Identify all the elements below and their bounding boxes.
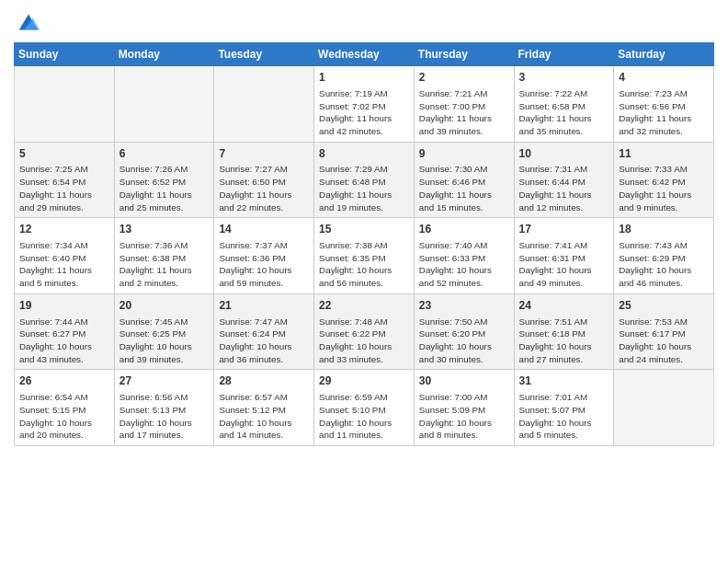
- calendar-day-cell: [214, 66, 314, 143]
- day-of-week-header: Sunday: [15, 43, 115, 66]
- calendar-day-cell: 10Sunrise: 7:31 AM Sunset: 6:44 PM Dayli…: [514, 142, 614, 218]
- calendar-week-row: 1Sunrise: 7:19 AM Sunset: 7:02 PM Daylig…: [15, 66, 714, 143]
- day-of-week-header: Friday: [514, 43, 614, 66]
- day-number: 20: [119, 298, 210, 314]
- day-info: Sunrise: 7:44 AM Sunset: 6:27 PM Dayligh…: [19, 316, 109, 366]
- day-info: Sunrise: 7:47 AM Sunset: 6:24 PM Dayligh…: [219, 316, 309, 366]
- day-info: Sunrise: 6:57 AM Sunset: 5:12 PM Dayligh…: [219, 391, 309, 442]
- calendar-day-cell: 13Sunrise: 7:36 AM Sunset: 6:38 PM Dayli…: [114, 218, 214, 294]
- calendar-day-cell: 3Sunrise: 7:22 AM Sunset: 6:58 PM Daylig…: [514, 66, 614, 143]
- day-number: 8: [319, 146, 409, 162]
- calendar-day-cell: 8Sunrise: 7:29 AM Sunset: 6:48 PM Daylig…: [314, 142, 415, 218]
- day-info: Sunrise: 7:43 AM Sunset: 6:29 PM Dayligh…: [619, 239, 709, 290]
- day-number: 1: [319, 70, 409, 86]
- day-info: Sunrise: 7:31 AM Sunset: 6:44 PM Dayligh…: [519, 163, 609, 213]
- day-number: 7: [219, 146, 309, 162]
- calendar-day-cell: 1Sunrise: 7:19 AM Sunset: 7:02 PM Daylig…: [314, 66, 415, 143]
- day-info: Sunrise: 7:41 AM Sunset: 6:31 PM Dayligh…: [519, 239, 609, 290]
- day-info: Sunrise: 7:26 AM Sunset: 6:52 PM Dayligh…: [119, 163, 210, 213]
- day-info: Sunrise: 7:34 AM Sunset: 6:40 PM Dayligh…: [19, 239, 109, 290]
- calendar-day-cell: 28Sunrise: 6:57 AM Sunset: 5:12 PM Dayli…: [214, 370, 314, 446]
- calendar-day-cell: 31Sunrise: 7:01 AM Sunset: 5:07 PM Dayli…: [514, 370, 614, 446]
- day-number: 12: [19, 222, 109, 237]
- day-info: Sunrise: 7:25 AM Sunset: 6:54 PM Dayligh…: [19, 163, 109, 213]
- day-info: Sunrise: 7:45 AM Sunset: 6:25 PM Dayligh…: [119, 316, 210, 366]
- day-number: 16: [419, 222, 509, 237]
- day-of-week-header: Tuesday: [214, 43, 314, 66]
- calendar-day-cell: 19Sunrise: 7:44 AM Sunset: 6:27 PM Dayli…: [15, 293, 115, 370]
- calendar-week-row: 12Sunrise: 7:34 AM Sunset: 6:40 PM Dayli…: [15, 218, 714, 294]
- calendar-day-cell: 7Sunrise: 7:27 AM Sunset: 6:50 PM Daylig…: [214, 142, 314, 218]
- day-info: Sunrise: 7:53 AM Sunset: 6:17 PM Dayligh…: [619, 316, 709, 366]
- calendar-week-row: 19Sunrise: 7:44 AM Sunset: 6:27 PM Dayli…: [15, 293, 714, 370]
- day-number: 11: [619, 146, 709, 162]
- day-info: Sunrise: 7:01 AM Sunset: 5:07 PM Dayligh…: [519, 391, 609, 442]
- day-info: Sunrise: 7:40 AM Sunset: 6:33 PM Dayligh…: [419, 239, 509, 290]
- calendar-day-cell: 20Sunrise: 7:45 AM Sunset: 6:25 PM Dayli…: [114, 293, 214, 370]
- calendar-day-cell: 27Sunrise: 6:56 AM Sunset: 5:13 PM Dayli…: [114, 370, 214, 446]
- day-number: 25: [619, 298, 709, 314]
- calendar-day-cell: 2Sunrise: 7:21 AM Sunset: 7:00 PM Daylig…: [414, 66, 514, 143]
- calendar-day-cell: 16Sunrise: 7:40 AM Sunset: 6:33 PM Dayli…: [414, 218, 514, 294]
- calendar-day-cell: [614, 370, 714, 446]
- calendar-day-cell: 6Sunrise: 7:26 AM Sunset: 6:52 PM Daylig…: [114, 142, 214, 218]
- day-info: Sunrise: 7:21 AM Sunset: 7:00 PM Dayligh…: [419, 87, 509, 138]
- calendar-header-row: SundayMondayTuesdayWednesdayThursdayFrid…: [15, 43, 714, 66]
- calendar-day-cell: 24Sunrise: 7:51 AM Sunset: 6:18 PM Dayli…: [514, 293, 614, 370]
- page-header: [14, 9, 714, 35]
- day-number: 14: [219, 222, 309, 237]
- day-info: Sunrise: 7:00 AM Sunset: 5:09 PM Dayligh…: [419, 391, 509, 442]
- logo: [14, 9, 41, 35]
- calendar-day-cell: 29Sunrise: 6:59 AM Sunset: 5:10 PM Dayli…: [314, 370, 415, 446]
- calendar-day-cell: 15Sunrise: 7:38 AM Sunset: 6:35 PM Dayli…: [314, 218, 415, 294]
- calendar-week-row: 5Sunrise: 7:25 AM Sunset: 6:54 PM Daylig…: [15, 142, 714, 218]
- day-number: 13: [119, 222, 210, 237]
- calendar-day-cell: [114, 66, 214, 143]
- calendar-day-cell: [15, 66, 115, 143]
- day-number: 29: [319, 373, 409, 389]
- day-info: Sunrise: 7:36 AM Sunset: 6:38 PM Dayligh…: [119, 239, 210, 290]
- calendar-day-cell: 12Sunrise: 7:34 AM Sunset: 6:40 PM Dayli…: [15, 218, 115, 294]
- day-info: Sunrise: 7:30 AM Sunset: 6:46 PM Dayligh…: [419, 163, 509, 213]
- day-info: Sunrise: 7:23 AM Sunset: 6:56 PM Dayligh…: [619, 87, 709, 138]
- calendar-day-cell: 17Sunrise: 7:41 AM Sunset: 6:31 PM Dayli…: [514, 218, 614, 294]
- day-info: Sunrise: 6:56 AM Sunset: 5:13 PM Dayligh…: [119, 391, 210, 442]
- calendar-day-cell: 18Sunrise: 7:43 AM Sunset: 6:29 PM Dayli…: [614, 218, 714, 294]
- calendar-day-cell: 4Sunrise: 7:23 AM Sunset: 6:56 PM Daylig…: [614, 66, 714, 143]
- day-number: 28: [219, 373, 309, 389]
- day-info: Sunrise: 6:54 AM Sunset: 5:15 PM Dayligh…: [19, 391, 109, 442]
- day-info: Sunrise: 7:37 AM Sunset: 6:36 PM Dayligh…: [219, 239, 309, 290]
- day-number: 17: [519, 222, 609, 237]
- day-info: Sunrise: 6:59 AM Sunset: 5:10 PM Dayligh…: [319, 391, 409, 442]
- day-number: 24: [519, 298, 609, 314]
- day-number: 4: [619, 70, 709, 86]
- calendar-day-cell: 5Sunrise: 7:25 AM Sunset: 6:54 PM Daylig…: [15, 142, 115, 218]
- calendar-day-cell: 30Sunrise: 7:00 AM Sunset: 5:09 PM Dayli…: [414, 370, 514, 446]
- day-number: 31: [519, 373, 609, 389]
- day-number: 5: [19, 146, 109, 162]
- calendar-day-cell: 23Sunrise: 7:50 AM Sunset: 6:20 PM Dayli…: [414, 293, 514, 370]
- day-number: 22: [319, 298, 409, 314]
- calendar-day-cell: 11Sunrise: 7:33 AM Sunset: 6:42 PM Dayli…: [614, 142, 714, 218]
- day-info: Sunrise: 7:33 AM Sunset: 6:42 PM Dayligh…: [619, 163, 709, 213]
- day-info: Sunrise: 7:22 AM Sunset: 6:58 PM Dayligh…: [519, 87, 609, 138]
- calendar-day-cell: 14Sunrise: 7:37 AM Sunset: 6:36 PM Dayli…: [214, 218, 314, 294]
- day-number: 15: [319, 222, 409, 237]
- day-info: Sunrise: 7:27 AM Sunset: 6:50 PM Dayligh…: [219, 163, 309, 213]
- day-number: 21: [219, 298, 309, 314]
- day-info: Sunrise: 7:48 AM Sunset: 6:22 PM Dayligh…: [319, 316, 409, 366]
- day-number: 27: [119, 373, 210, 389]
- day-info: Sunrise: 7:38 AM Sunset: 6:35 PM Dayligh…: [319, 239, 409, 290]
- calendar-day-cell: 25Sunrise: 7:53 AM Sunset: 6:17 PM Dayli…: [614, 293, 714, 370]
- day-of-week-header: Saturday: [614, 43, 714, 66]
- day-of-week-header: Monday: [114, 43, 214, 66]
- calendar-week-row: 26Sunrise: 6:54 AM Sunset: 5:15 PM Dayli…: [15, 370, 714, 446]
- day-number: 23: [419, 298, 509, 314]
- calendar-day-cell: 26Sunrise: 6:54 AM Sunset: 5:15 PM Dayli…: [15, 370, 115, 446]
- day-number: 6: [119, 146, 210, 162]
- calendar-day-cell: 21Sunrise: 7:47 AM Sunset: 6:24 PM Dayli…: [214, 293, 314, 370]
- calendar-table: SundayMondayTuesdayWednesdayThursdayFrid…: [14, 42, 714, 446]
- calendar-day-cell: 9Sunrise: 7:30 AM Sunset: 6:46 PM Daylig…: [414, 142, 514, 218]
- day-info: Sunrise: 7:51 AM Sunset: 6:18 PM Dayligh…: [519, 316, 609, 366]
- day-number: 9: [419, 146, 509, 162]
